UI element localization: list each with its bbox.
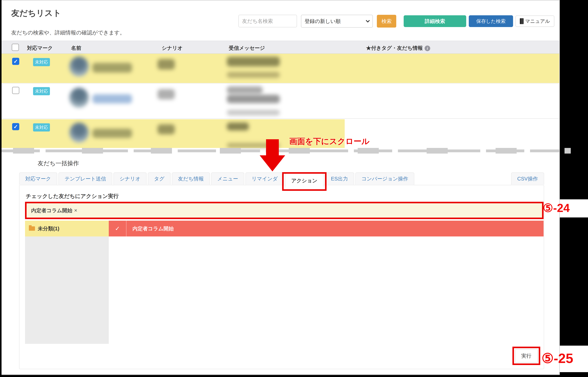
tab-tag[interactable]: タグ	[148, 172, 171, 185]
sort-order-value: 登録の新しい順	[305, 18, 341, 25]
manual-button[interactable]: マニュアル	[515, 16, 554, 27]
tab-action[interactable]: アクション	[285, 172, 324, 188]
tab-conversion[interactable]: コンバージョン操作	[355, 172, 414, 185]
page-title: 友だちリスト	[11, 8, 61, 19]
row-checkbox[interactable]: ✓	[12, 58, 19, 65]
check-icon: ✓	[109, 221, 126, 236]
execute-highlight-box: 実行	[513, 347, 540, 365]
column-header-scenario: シナリオ	[162, 45, 183, 51]
tab-scenario[interactable]: シナリオ	[113, 172, 147, 185]
action-instruction-label: チェックした友だちにアクション実行	[26, 193, 119, 200]
blurred-message	[227, 57, 280, 66]
folder-item-unclassified[interactable]: 未分類(1)	[25, 221, 109, 236]
select-all-checkbox[interactable]	[12, 44, 19, 51]
column-header-received: 受信メッセージ	[229, 45, 265, 51]
tab-template-send[interactable]: テンプレート送信	[59, 172, 112, 185]
column-header-tags: ★付きタグ・友だち情報i	[366, 45, 430, 51]
tab-csv[interactable]: CSV操作	[511, 172, 544, 185]
column-header-mark: 対応マーク	[27, 45, 53, 51]
folder-label: 未分類(1)	[38, 225, 59, 232]
remove-chip-icon[interactable]: ×	[74, 207, 77, 213]
bulk-operation-heading: 友だち一括操作	[38, 159, 79, 167]
sort-order-select[interactable]: 登録の新しい順	[301, 15, 373, 28]
folder-icon	[29, 226, 35, 231]
action-option-selected[interactable]: ✓ 内定者コラム開始	[109, 221, 544, 236]
status-badge: 未対応	[33, 58, 50, 66]
selected-action-chip: 内定者コラム開始	[31, 207, 72, 214]
friend-table-header: 対応マーク 名前 シナリオ 受信メッセージ ★付きタグ・友だち情報i	[1, 41, 559, 54]
torn-edge-divider	[1, 148, 559, 153]
blurred-name	[92, 63, 132, 72]
step-annotation-24: ⑤-24	[543, 201, 570, 215]
info-icon[interactable]: i	[425, 46, 430, 51]
scroll-down-note: 画面を下にスクロール	[289, 136, 369, 147]
blurred-timestamp	[227, 72, 280, 78]
blurred-scenario	[158, 89, 175, 99]
table-row: 未対応	[1, 84, 559, 119]
scroll-down-arrow	[266, 139, 279, 156]
blurred-name	[92, 129, 132, 138]
tab-friend-info[interactable]: 友だち情報	[172, 172, 210, 185]
status-badge: 未対応	[33, 123, 50, 131]
blurred-message	[227, 123, 249, 130]
tab-es-output[interactable]: ES出力	[325, 172, 354, 185]
blurred-timestamp	[227, 110, 280, 115]
advanced-search-button[interactable]: 詳細検索	[404, 15, 466, 27]
bulk-action-panel: チェックした友だちにアクション実行 内定者コラム開始 × 未分類(1) ✓ 内定…	[19, 185, 544, 369]
table-row: ✓ 未対応	[1, 119, 559, 148]
status-badge: 未対応	[33, 87, 50, 95]
blurred-message	[227, 86, 263, 94]
execute-button[interactable]: 実行	[515, 349, 538, 363]
app-screenshot: 友だちリスト 友だちの検索や、詳細情報の確認ができます。 登録の新しい順 検索 …	[1, 0, 560, 375]
tab-reminder[interactable]: リマインダ	[245, 172, 284, 185]
bulk-tab-bar: 対応マーク テンプレート送信 シナリオ タグ 友だち情報 メニュー リマインダ …	[19, 172, 544, 185]
step-annotation-25: ⑤-25	[541, 351, 573, 366]
blurred-name	[92, 94, 132, 104]
column-header-name: 名前	[71, 45, 81, 51]
friend-name-search-input[interactable]	[238, 15, 297, 27]
chevron-down-icon	[366, 19, 370, 23]
scroll-down-arrow-head	[260, 155, 285, 171]
manual-button-label: マニュアル	[525, 18, 550, 24]
avatar	[69, 123, 89, 143]
selected-action-field[interactable]: 内定者コラム開始 ×	[25, 202, 544, 219]
tab-menu[interactable]: メニュー	[211, 172, 244, 185]
row-checkbox[interactable]	[12, 87, 19, 94]
saved-search-button[interactable]: 保存した検索	[469, 15, 513, 27]
search-button[interactable]: 検索	[377, 15, 396, 28]
action-option-label: 内定者コラム開始	[126, 225, 174, 232]
avatar	[69, 57, 89, 77]
folder-list-pane	[25, 236, 109, 344]
blurred-scenario	[158, 124, 175, 134]
table-row: ✓ 未対応	[1, 54, 559, 83]
page-subtitle: 友だちの検索や、詳細情報の確認ができます。	[11, 29, 125, 36]
book-icon	[520, 18, 524, 24]
blurred-scenario	[158, 59, 175, 70]
blurred-message	[227, 95, 280, 103]
avatar	[69, 88, 89, 108]
tab-correspondence-mark[interactable]: 対応マーク	[19, 172, 57, 185]
row-checkbox[interactable]: ✓	[12, 123, 19, 130]
